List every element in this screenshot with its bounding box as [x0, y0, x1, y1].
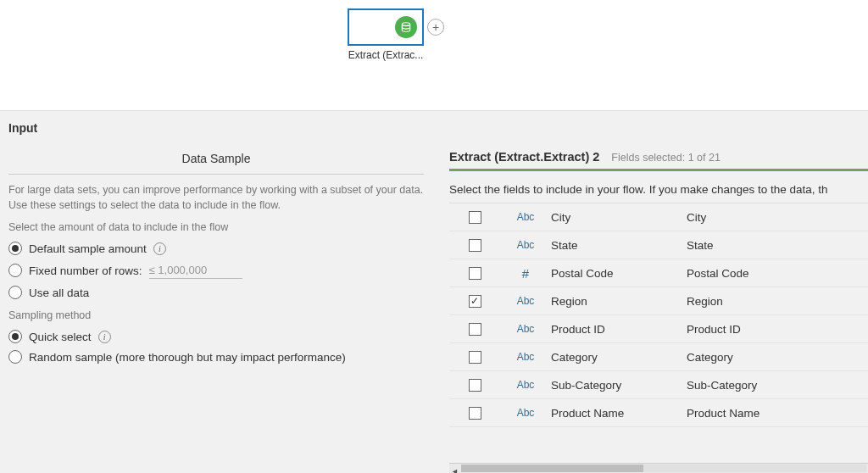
field-name[interactable]: Postal Code [551, 267, 687, 280]
radio-icon [8, 242, 22, 255]
info-icon[interactable]: i [98, 331, 111, 343]
field-name[interactable]: Product Name [551, 407, 687, 420]
field-checkbox-cell[interactable] [449, 323, 500, 336]
field-name[interactable]: Sub-Category [551, 379, 687, 392]
field-original-name: Product Name [687, 407, 868, 420]
fields-count: Fields selected: 1 of 21 [611, 152, 721, 164]
radio-icon [8, 350, 22, 364]
field-row[interactable]: AbcStateState [449, 231, 868, 259]
radio-label: Default sample amount [29, 242, 147, 255]
radio-use-all[interactable]: Use all data [8, 282, 424, 303]
checkbox-icon[interactable] [469, 211, 481, 224]
checkbox-icon[interactable] [469, 239, 481, 252]
amount-label: Select the amount of data to include in … [8, 221, 424, 238]
fields-table: AbcCityCityAbcStateState#Postal CodePost… [449, 203, 868, 473]
data-sample-section: Data Sample For large data sets, you can… [0, 142, 432, 473]
field-checkbox-cell[interactable] [449, 379, 500, 392]
fields-description: Select the fields to include in your flo… [449, 183, 868, 196]
field-row[interactable]: #Postal CodePostal Code [449, 259, 868, 287]
node-label: Extract (Extrac... [348, 49, 424, 61]
text-type-icon[interactable]: Abc [500, 323, 551, 335]
field-row[interactable]: AbcCityCity [449, 203, 868, 231]
field-original-name: Product ID [687, 323, 868, 336]
radio-quick-select[interactable]: Quick select i [8, 326, 424, 347]
radio-label: Fixed number of rows: [29, 264, 142, 277]
radio-random-sample[interactable]: Random sample (more thorough but may imp… [8, 347, 424, 367]
text-type-icon[interactable]: Abc [500, 239, 551, 251]
field-quality-bar [449, 169, 868, 171]
scroll-left-arrow-icon[interactable]: ◄ [449, 467, 460, 474]
checkbox-icon[interactable] [469, 323, 481, 336]
field-checkbox-cell[interactable] [449, 267, 500, 280]
info-icon[interactable]: i [153, 242, 166, 255]
radio-default-sample[interactable]: Default sample amount i [8, 238, 424, 259]
field-row[interactable]: AbcProduct NameProduct Name [449, 399, 868, 427]
radio-fixed-rows[interactable]: Fixed number of rows: [8, 259, 424, 282]
data-sample-help: For large data sets, you can improve per… [8, 175, 424, 221]
field-checkbox-cell[interactable] [449, 211, 500, 224]
database-icon [395, 16, 417, 38]
field-name[interactable]: Product ID [551, 323, 687, 336]
sampling-method-label: Sampling method [8, 309, 424, 326]
field-name[interactable]: City [551, 211, 687, 224]
field-row[interactable]: AbcRegionRegion [449, 287, 868, 315]
field-original-name: Category [687, 351, 868, 364]
field-checkbox-cell[interactable] [449, 407, 500, 420]
text-type-icon[interactable]: Abc [500, 351, 551, 363]
field-checkbox-cell[interactable] [449, 351, 500, 364]
radio-label: Quick select [29, 331, 92, 343]
field-name[interactable]: Category [551, 351, 687, 364]
checkbox-icon[interactable] [469, 407, 481, 420]
radio-icon [8, 286, 22, 299]
input-panel: Input Data Sample For large data sets, y… [0, 110, 868, 473]
checkbox-icon[interactable] [469, 379, 481, 392]
scroll-thumb[interactable] [461, 465, 643, 472]
radio-icon [8, 264, 22, 277]
text-type-icon[interactable]: Abc [500, 295, 551, 307]
field-name[interactable]: Region [551, 295, 687, 308]
field-row[interactable]: AbcSub-CategorySub-Category [449, 371, 868, 399]
radio-label: Use all data [29, 287, 89, 299]
add-step-button[interactable]: + [427, 19, 444, 36]
field-row[interactable]: AbcCategoryCategory [449, 343, 868, 371]
field-checkbox-cell[interactable] [449, 239, 500, 252]
fields-title: Extract (Extract.Extract) 2 [449, 150, 599, 164]
field-original-name: Region [687, 295, 868, 308]
horizontal-scrollbar[interactable]: ◄ [449, 463, 868, 473]
field-name[interactable]: State [551, 239, 687, 252]
checkbox-icon[interactable] [469, 267, 481, 280]
text-type-icon[interactable]: Abc [500, 211, 551, 223]
text-type-icon[interactable]: Abc [500, 379, 551, 391]
number-type-icon[interactable]: # [500, 266, 551, 281]
field-row[interactable]: AbcProduct IDProduct ID [449, 315, 868, 343]
flow-canvas[interactable]: Extract (Extrac... + [0, 0, 868, 110]
field-original-name: State [687, 239, 868, 252]
radio-label: Random sample (more thorough but may imp… [29, 351, 346, 364]
scroll-track[interactable] [461, 465, 866, 472]
radio-icon [8, 330, 22, 343]
data-sample-title: Data Sample [8, 142, 424, 175]
field-original-name: Postal Code [687, 267, 868, 280]
text-type-icon[interactable]: Abc [500, 407, 551, 419]
field-checkbox-cell[interactable] [449, 295, 500, 308]
panel-header: Input [0, 111, 868, 142]
checkbox-icon[interactable] [469, 351, 481, 364]
node-box[interactable] [348, 8, 424, 46]
field-original-name: City [687, 211, 868, 224]
field-original-name: Sub-Category [687, 379, 868, 392]
fixed-rows-input[interactable] [149, 262, 242, 279]
flow-node-extract[interactable]: Extract (Extrac... [348, 8, 424, 61]
checkbox-icon[interactable] [469, 295, 481, 308]
fields-section: Extract (Extract.Extract) 2 Fields selec… [432, 142, 868, 473]
